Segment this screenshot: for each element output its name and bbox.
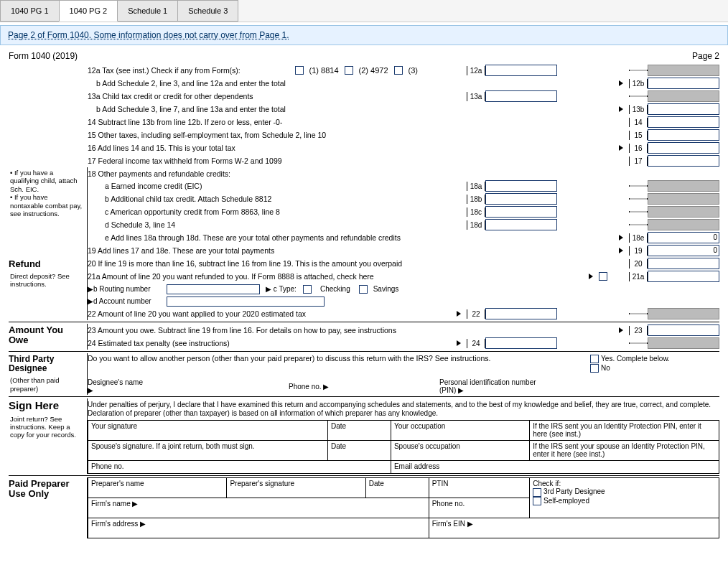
amt-23[interactable]: [648, 324, 719, 336]
spouse-date-cell[interactable]: Date: [328, 441, 391, 461]
num-21a: 21a: [629, 272, 648, 281]
preparer-date-cell[interactable]: Date: [365, 478, 429, 498]
designee-phone-label: Phone no. ▶: [289, 383, 332, 391]
check-checking[interactable]: [303, 285, 312, 294]
third-party-question: Do you want to allow another person (oth…: [88, 354, 590, 363]
line-18d-label: d Schedule 3, line 14: [88, 220, 467, 229]
your-signature-cell[interactable]: Your signature: [88, 421, 328, 441]
line-22-label: 22 Amount of line 20 you want applied to…: [88, 309, 457, 318]
firm-name-cell[interactable]: Firm's name ▶: [88, 498, 429, 518]
form-id: Form 1040 (2019): [9, 51, 78, 61]
label-8814: (1) 8814: [304, 66, 345, 75]
arrow-icon: [619, 327, 629, 333]
joint-return-note: Joint return? See instructions. Keep a c…: [9, 414, 84, 441]
account-number-input[interactable]: [167, 296, 325, 307]
num-24: 24: [467, 339, 485, 348]
line-19-label: 19 Add lines 17 and 18e. These are your …: [88, 246, 619, 255]
firm-ein-cell[interactable]: Firm's EIN ▶: [429, 518, 719, 538]
line-12b-label: b Add Schedule 2, line 3, and line 12a a…: [88, 79, 619, 88]
amt-15[interactable]: [648, 129, 719, 141]
num-18a: 18a: [467, 182, 485, 191]
amt-21a[interactable]: [648, 271, 719, 282]
num-13b: 13b: [629, 105, 648, 114]
line-13b-label: b Add Schedule 3, line 7, and line 13a a…: [88, 105, 619, 113]
line-18b-label: b Additional child tax credit. Attach Sc…: [88, 195, 467, 203]
amt-24[interactable]: [485, 337, 557, 349]
firm-addr-cell[interactable]: Firm's address ▶: [88, 518, 429, 538]
label-self-employed: Self-employed: [543, 497, 589, 505]
direct-deposit-note: Direct deposit? See instructions.: [9, 271, 84, 290]
check-8814[interactable]: [295, 66, 304, 75]
phone-cell[interactable]: Phone no.: [88, 461, 391, 474]
amt-18e[interactable]: 0: [648, 232, 719, 243]
your-occupation-cell[interactable]: Your occupation: [391, 421, 529, 441]
arrow-icon: [619, 145, 629, 151]
num-16: 16: [629, 144, 648, 153]
preparer-sig-cell[interactable]: Preparer's signature: [227, 478, 365, 498]
check-savings[interactable]: [359, 285, 368, 294]
amt-22[interactable]: [485, 308, 557, 319]
routing-number-input[interactable]: [167, 284, 260, 294]
spouse-signature-cell[interactable]: Spouse's signature. If a joint return, b…: [88, 441, 328, 461]
email-cell[interactable]: Email address: [391, 461, 719, 474]
line-16-label: 16 Add lines 14 and 15. This is your tot…: [88, 144, 619, 152]
check-4972[interactable]: [345, 66, 353, 75]
tab-1040-pg2[interactable]: 1040 PG 2: [59, 0, 118, 22]
tab-schedule1[interactable]: Schedule 1: [117, 0, 178, 22]
check-third-yes[interactable]: [590, 355, 599, 363]
spouse-occupation-cell[interactable]: Spouse's occupation: [391, 441, 529, 461]
amt-16[interactable]: [648, 142, 719, 154]
arrow-icon: [619, 106, 629, 112]
num-18c: 18c: [467, 207, 485, 217]
amt-18c[interactable]: [485, 206, 557, 218]
amt-13b[interactable]: [648, 103, 719, 115]
date-cell[interactable]: Date: [328, 421, 391, 441]
amt-18b[interactable]: [485, 193, 557, 205]
ptin-cell[interactable]: PTIN: [429, 478, 530, 498]
preparer-name-cell[interactable]: Preparer's name: [88, 478, 227, 498]
other-prep-note: (Other than paid preparer): [9, 375, 84, 394]
amt-14[interactable]: [648, 116, 719, 128]
check-8888[interactable]: [599, 272, 607, 281]
firm-phone-cell[interactable]: Phone no.: [429, 498, 530, 518]
line-14-label: 14 Subtract line 13b from line 12b. If z…: [88, 118, 629, 126]
irs-pin-spouse-cell[interactable]: If the IRS sent your spouse an Identity …: [530, 441, 719, 461]
amt-17[interactable]: [648, 155, 719, 167]
line-13a-label: 13a Child tax credit or credit for other…: [88, 92, 467, 101]
amt-19[interactable]: 0: [648, 245, 719, 256]
check-12a-3[interactable]: [394, 66, 403, 75]
tab-1040-pg1[interactable]: 1040 PG 1: [0, 0, 60, 22]
num-17: 17: [629, 157, 648, 166]
info-bar: Page 2 of Form 1040. Some information do…: [0, 25, 728, 45]
label-yes: Yes. Complete below.: [601, 355, 670, 363]
arrow-icon: [457, 340, 467, 346]
amt-12b[interactable]: [648, 78, 719, 89]
sidebar-note-eic: • If you have a qualifying child, attach…: [9, 167, 84, 219]
num-13a: 13a: [467, 92, 485, 101]
amt-18a[interactable]: [485, 180, 557, 192]
num-14: 14: [629, 118, 648, 127]
num-12a: 12a: [467, 66, 485, 75]
num-22: 22: [467, 309, 485, 319]
check-3rd-party[interactable]: [533, 488, 541, 497]
amt-13a[interactable]: [485, 90, 557, 102]
irs-pin-you-cell[interactable]: If the IRS sent you an Identity Protecti…: [530, 421, 719, 441]
num-12b: 12b: [629, 79, 648, 88]
designee-name-label: Designee's name ▶: [88, 378, 145, 394]
label-3rd-party: 3rd Party Designee: [543, 487, 605, 495]
num-18e: 18e: [629, 233, 648, 243]
check-self-employed[interactable]: [533, 497, 541, 505]
amt-18d[interactable]: [485, 219, 557, 230]
num-18d: 18d: [467, 220, 485, 230]
tab-schedule3[interactable]: Schedule 3: [177, 0, 238, 22]
tab-bar: 1040 PG 1 1040 PG 2 Schedule 1 Schedule …: [0, 0, 728, 22]
check-third-no[interactable]: [590, 364, 599, 373]
amt-12a[interactable]: [485, 65, 557, 76]
section-amount-owe: Amount You Owe: [9, 324, 84, 347]
num-20: 20: [629, 259, 648, 269]
arrow-icon: [589, 274, 599, 279]
check-if-cell: Check if: 3rd Party Designee Self-employ…: [530, 478, 719, 518]
amt-20[interactable]: [648, 258, 719, 269]
label-checking: Checking: [312, 285, 359, 293]
section-third-party: Third Party Designee: [9, 353, 84, 375]
